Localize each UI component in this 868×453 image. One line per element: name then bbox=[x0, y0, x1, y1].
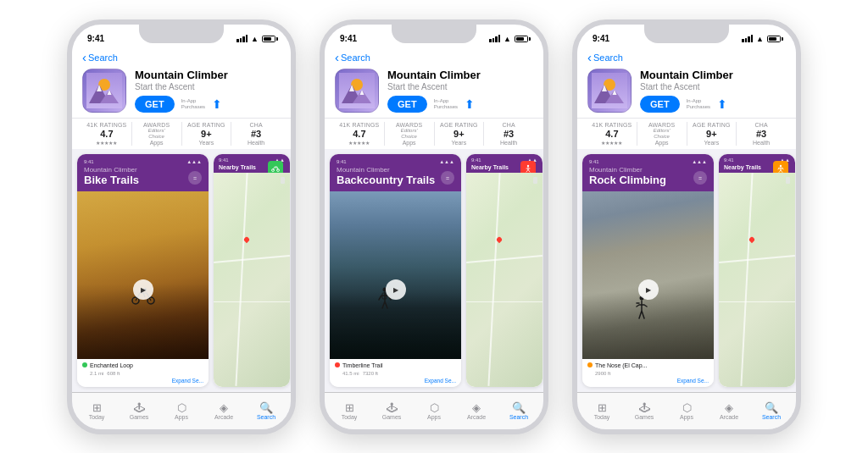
trail-name: Bike Trails bbox=[84, 174, 202, 187]
editors-badge: Editors'Choice bbox=[637, 128, 687, 140]
nearby-screen: 9:41 ▲▲ Nearby Trails bbox=[214, 154, 290, 386]
tab-arcade[interactable]: ◈ Arcade bbox=[459, 402, 493, 420]
app-actions: GET In-AppPurchases ⬆ bbox=[135, 96, 281, 113]
games-icon: 🕹 bbox=[639, 402, 650, 413]
status-icons: ▲ bbox=[236, 35, 275, 43]
tab-games[interactable]: 🕹 Games bbox=[627, 402, 661, 420]
status-icons: ▲ bbox=[742, 35, 781, 43]
back-button[interactable]: Search bbox=[587, 52, 786, 64]
today-label: Today bbox=[89, 414, 105, 420]
back-button[interactable]: Search bbox=[335, 52, 533, 64]
app-header: Mountain Climber Start the Ascent GET In… bbox=[325, 65, 543, 119]
tab-search[interactable]: 🔍 Search bbox=[502, 402, 536, 420]
battery-icon bbox=[767, 36, 781, 42]
tab-apps[interactable]: ⬡ Apps bbox=[670, 402, 704, 420]
tab-today[interactable]: ⊞ Today bbox=[332, 402, 366, 420]
age-value: 9+ bbox=[182, 128, 231, 140]
age-label: AGE RATING bbox=[687, 122, 737, 128]
back-button[interactable]: Search bbox=[82, 52, 281, 64]
iap-label: In-AppPurchases bbox=[181, 98, 205, 110]
map-view bbox=[466, 173, 542, 386]
arcade-icon: ◈ bbox=[472, 402, 481, 413]
arcade-label: Arcade bbox=[720, 414, 738, 420]
play-button[interactable] bbox=[638, 279, 659, 300]
tab-today[interactable]: ⊞ Today bbox=[80, 402, 114, 420]
tab-search[interactable]: 🔍 Search bbox=[249, 402, 283, 420]
trail-name: Rock Climbing bbox=[589, 174, 707, 187]
tab-games[interactable]: 🕹 Games bbox=[122, 402, 156, 420]
tab-apps[interactable]: ⬡ Apps bbox=[417, 402, 451, 420]
share-button[interactable]: ⬆ bbox=[465, 97, 475, 111]
get-button[interactable]: GET bbox=[135, 96, 175, 113]
apps-label: Apps bbox=[680, 414, 693, 420]
ratings-row: 41K RATINGS 4.7 ★★★★★ AWARDS Editors'Cho… bbox=[72, 118, 291, 149]
tab-games[interactable]: 🕹 Games bbox=[375, 402, 409, 420]
search-icon: 🔍 bbox=[259, 402, 273, 413]
trail-distance: 2900 ft bbox=[595, 371, 610, 376]
ratings-value: 4.7 bbox=[82, 128, 131, 140]
chart-value: #3 bbox=[484, 128, 533, 140]
trail-difficulty-dot bbox=[82, 362, 87, 367]
games-label: Games bbox=[130, 414, 149, 420]
map-road-2 bbox=[214, 301, 290, 302]
play-button[interactable] bbox=[386, 279, 406, 300]
app-subtitle: Start the Ascent bbox=[387, 81, 533, 92]
nearby-card: 9:41 ▲▲ Nearby Trails bbox=[719, 154, 795, 386]
iap-label: In-AppPurchases bbox=[687, 98, 710, 110]
stars-display: ★★★★★ bbox=[82, 140, 131, 146]
app-actions: GET In-AppPurchases ⬆ bbox=[640, 96, 786, 113]
trail-distance: 41.5 mi bbox=[342, 371, 359, 376]
iap-label: In-AppPurchases bbox=[434, 98, 458, 110]
expand-link[interactable]: Expand Se... bbox=[82, 378, 203, 384]
chart-label: CHA bbox=[231, 122, 281, 128]
map-view bbox=[214, 173, 290, 386]
tab-bar: ⊞ Today 🕹 Games ⬡ Apps ◈ Arcade 🔍 Se bbox=[577, 392, 796, 429]
tab-arcade[interactable]: ◈ Arcade bbox=[712, 402, 746, 420]
today-label: Today bbox=[342, 414, 358, 420]
trail-distance: 2.1 mi bbox=[90, 371, 103, 376]
chart-label: CHA bbox=[484, 122, 533, 128]
tab-search[interactable]: 🔍 Search bbox=[754, 402, 788, 420]
games-label: Games bbox=[382, 414, 402, 420]
app-content: Search bbox=[577, 48, 796, 392]
ratings-row: 41K RATINGS 4.7 ★★★★★ AWARDS Editors'Cho… bbox=[325, 118, 543, 149]
map-detail bbox=[533, 177, 537, 184]
share-button[interactable]: ⬆ bbox=[717, 97, 727, 111]
wifi-icon: ▲ bbox=[251, 35, 259, 43]
get-button[interactable]: GET bbox=[387, 96, 427, 113]
arcade-icon: ◈ bbox=[725, 402, 733, 413]
editors-badge: Editors'Choice bbox=[385, 128, 434, 140]
screenshot-status: 9:41 ▲▲▲ bbox=[337, 159, 454, 164]
chart-value: #3 bbox=[737, 128, 786, 140]
tab-arcade[interactable]: ◈ Arcade bbox=[207, 402, 241, 420]
trail-item: Enchanted Loop bbox=[82, 362, 203, 368]
chart-item: CHA #3 Health bbox=[231, 122, 281, 146]
tab-apps[interactable]: ⬡ Apps bbox=[164, 402, 198, 420]
mountain-icon bbox=[86, 73, 122, 108]
mountain-icon bbox=[592, 73, 627, 108]
play-button[interactable] bbox=[133, 279, 153, 300]
stars-display: ★★★★★ bbox=[335, 140, 384, 146]
search-icon: 🔍 bbox=[512, 402, 526, 413]
editors-badge: Editors'Choice bbox=[132, 128, 181, 140]
app-subtitle: Start the Ascent bbox=[135, 81, 281, 92]
chart-sub: Health bbox=[231, 140, 281, 146]
games-label: Games bbox=[635, 414, 654, 420]
nearby-card: 9:41 ▲▲ Nearby Trails bbox=[466, 154, 542, 386]
trail-item: The Nose (El Cap... bbox=[587, 362, 709, 368]
screenshot-screen: 9:41 ▲▲▲ Mountain Climber Rock Climbing … bbox=[582, 154, 714, 386]
get-button[interactable]: GET bbox=[640, 96, 680, 113]
trail-category: Mountain Climber bbox=[337, 166, 454, 174]
app-info: Mountain Climber Start the Ascent GET In… bbox=[135, 69, 281, 113]
app-actions: GET In-AppPurchases ⬆ bbox=[387, 96, 533, 113]
wifi-icon: ▲ bbox=[756, 35, 764, 43]
expand-link[interactable]: Expand Se... bbox=[335, 378, 456, 384]
age-sub: Years bbox=[182, 140, 231, 146]
share-button[interactable]: ⬆ bbox=[212, 97, 222, 111]
age-rating-item: AGE RATING 9+ Years bbox=[182, 122, 232, 146]
nav-back: Search bbox=[72, 48, 291, 65]
screenshots-area: 9:41 ▲▲▲ Mountain Climber Bike Trails = bbox=[72, 149, 291, 391]
expand-link[interactable]: Expand Se... bbox=[587, 378, 709, 384]
tab-today[interactable]: ⊞ Today bbox=[585, 402, 619, 420]
svg-point-19 bbox=[527, 165, 529, 167]
